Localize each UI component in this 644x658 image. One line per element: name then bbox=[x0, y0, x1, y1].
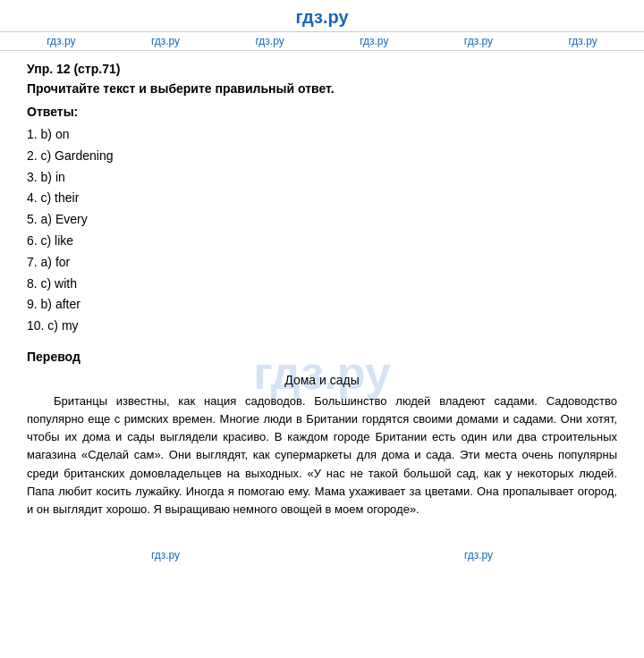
answer-4: 4. c) their bbox=[27, 188, 617, 209]
site-name-top: гдз.ру bbox=[295, 7, 348, 27]
answers-header: Ответы: bbox=[27, 105, 617, 119]
answer-6: 6. c) like bbox=[27, 231, 617, 252]
watermark-2: гдз.ру bbox=[151, 35, 180, 47]
answer-1: 1. b) on bbox=[27, 124, 617, 146]
answer-2: 2. c) Gardening bbox=[27, 146, 617, 167]
watermark-3: гдз.ру bbox=[256, 35, 284, 47]
watermark-bottom-2: гдз.ру bbox=[464, 549, 493, 561]
answers-list: 1. b) on 2. c) Gardening 3. b) in 4. c) … bbox=[27, 124, 617, 337]
exercise-instruction: Прочитайте текст и выберите правильный о… bbox=[27, 81, 617, 96]
translation-title: Дома и сады bbox=[27, 373, 617, 387]
watermark-row-bottom: гдз.ру гдз.ру bbox=[0, 545, 644, 565]
watermark-6: гдз.ру bbox=[569, 35, 597, 47]
answer-5: 5. a) Every bbox=[27, 209, 617, 231]
answer-3: 3. b) in bbox=[27, 167, 617, 189]
translation-paragraph: Британцы известны, как нация садоводов. … bbox=[27, 392, 617, 519]
answer-7: 7. a) for bbox=[27, 252, 617, 274]
watermark-1: гдз.ру bbox=[47, 35, 75, 47]
page-header: гдз.ру bbox=[0, 0, 644, 32]
answer-10: 10. c) my bbox=[27, 316, 617, 337]
watermark-4: гдз.ру bbox=[360, 35, 388, 47]
watermark-row-top: гдз.ру гдз.ру гдз.ру гдз.ру гдз.ру гдз.р… bbox=[0, 32, 644, 51]
watermark-bottom-1: гдз.ру bbox=[151, 549, 180, 561]
answer-9: 9. b) after bbox=[27, 294, 617, 316]
answer-8: 8. c) with bbox=[27, 274, 617, 295]
exercise-title: Упр. 12 (стр.71) bbox=[27, 62, 617, 76]
translation-header: Перевод bbox=[27, 350, 617, 364]
watermark-5: гдз.ру bbox=[464, 35, 493, 47]
content-area: Упр. 12 (стр.71) Прочитайте текст и выбе… bbox=[0, 51, 644, 536]
